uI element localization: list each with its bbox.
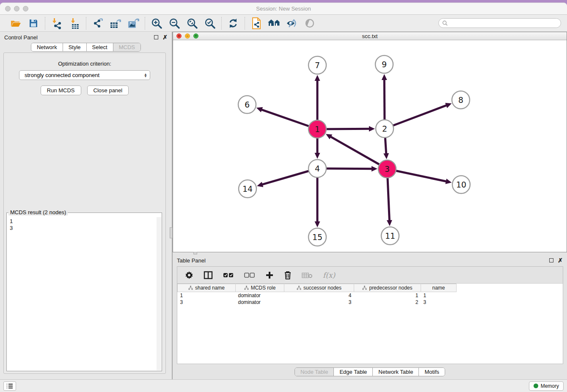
tab-edge-table[interactable]: Edge Table	[334, 368, 373, 376]
column-header-shared-name[interactable]: shared name	[178, 284, 236, 292]
delete-column-icon[interactable]	[284, 271, 292, 279]
mcds-result-list[interactable]: 1 3	[7, 217, 157, 370]
add-column-icon[interactable]	[265, 271, 274, 279]
main-area: Control Panel ✗ Network Style Select MCD…	[0, 32, 567, 382]
zoom-selected-icon[interactable]	[203, 17, 217, 30]
table-panel-close-icon[interactable]: ✗	[558, 258, 563, 262]
table-options-icon[interactable]	[185, 271, 193, 279]
edge-arrow-4-14	[257, 182, 263, 187]
graph-node-11[interactable]: 11	[381, 227, 399, 245]
graph-node-8[interactable]: 8	[452, 91, 470, 109]
table-row[interactable]: 1dominator411	[178, 292, 563, 299]
table-row[interactable]: 3dominator323	[178, 299, 563, 306]
export-image-icon[interactable]	[126, 17, 140, 30]
task-history-button[interactable]	[3, 381, 16, 391]
column-view-icon[interactable]	[204, 271, 213, 279]
table-cell[interactable]: 1	[354, 292, 421, 299]
style-eye-icon[interactable]	[285, 17, 299, 30]
edge-arrow-1-4	[315, 153, 320, 159]
table-cell[interactable]: dominator	[236, 292, 284, 299]
edge-3-1[interactable]	[330, 136, 387, 169]
search-input[interactable]	[448, 20, 557, 26]
column-header-successor-nodes[interactable]: successor nodes	[284, 284, 354, 292]
horizontal-splitter-handle[interactable]	[193, 252, 197, 254]
memory-button[interactable]: Memory	[529, 381, 564, 391]
table-cell[interactable]: 3	[421, 299, 457, 306]
mcds-result-title: MCDS result (2 nodes)	[8, 209, 68, 215]
table-cell[interactable]: dominator	[236, 299, 284, 306]
tab-select[interactable]: Select	[87, 43, 113, 51]
node-label-4: 4	[315, 164, 320, 173]
tab-network-table[interactable]: Network Table	[373, 368, 419, 376]
search-field[interactable]	[438, 18, 561, 28]
graph-node-15[interactable]: 15	[308, 228, 326, 246]
refresh-icon[interactable]	[226, 17, 240, 30]
export-table-icon[interactable]	[108, 17, 123, 30]
run-mcds-button[interactable]: Run MCDS	[41, 86, 81, 95]
table-panel-float-icon[interactable]	[549, 258, 553, 262]
import-table-icon[interactable]	[67, 17, 82, 30]
memory-label: Memory	[541, 383, 559, 389]
network-document-icon[interactable]	[249, 17, 264, 30]
column-header-predecessor-nodes[interactable]: predecessor nodes	[354, 284, 421, 292]
tab-motifs[interactable]: Motifs	[419, 368, 445, 376]
node-label-2: 2	[382, 124, 387, 133]
tab-network[interactable]: Network	[31, 43, 63, 51]
control-panel-close-icon[interactable]: ✗	[162, 35, 168, 39]
zoom-fit-icon[interactable]	[185, 17, 199, 30]
table-cell[interactable]	[457, 292, 563, 299]
zoom-in-icon[interactable]	[149, 17, 164, 30]
optimization-criterion-value: strongly connected component	[25, 72, 99, 78]
select-all-icon[interactable]	[223, 272, 234, 278]
eye-icon[interactable]	[303, 17, 317, 30]
mcds-result-scrollbar[interactable]	[157, 217, 161, 370]
tab-style[interactable]: Style	[63, 43, 87, 51]
open-session-icon[interactable]	[8, 17, 23, 30]
network-window-titlebar: × − + scc.txt	[173, 32, 567, 40]
table-cell[interactable]: 2	[354, 299, 421, 306]
vertical-splitter-handle[interactable]	[170, 227, 173, 238]
import-network-icon[interactable]	[50, 17, 64, 30]
table-cell[interactable]: 4	[284, 292, 354, 299]
graph-node-14[interactable]: 14	[239, 180, 256, 198]
column-header-name[interactable]: name	[421, 284, 457, 292]
edge-2-8[interactable]	[385, 105, 447, 129]
node-label-11: 11	[385, 231, 395, 240]
graph-node-1[interactable]: 1	[308, 120, 326, 138]
graph-node-7[interactable]: 7	[308, 56, 326, 74]
node-label-7: 7	[315, 61, 320, 70]
network-canvas[interactable]: 7968124314101511	[173, 40, 567, 252]
export-network-icon[interactable]	[91, 17, 105, 30]
tab-node-table[interactable]: Node Table	[295, 368, 334, 376]
table-cell[interactable]: 3	[178, 299, 236, 306]
houses-icon[interactable]	[267, 17, 281, 30]
main-toolbar	[0, 15, 567, 32]
function-builder-icon[interactable]: f(x)	[323, 271, 335, 279]
table-cell[interactable]	[457, 299, 563, 306]
graph-node-6[interactable]: 6	[238, 96, 256, 113]
tab-mcds[interactable]: MCDS	[113, 43, 140, 51]
optimization-criterion-select[interactable]: strongly connected component ▲▼	[19, 70, 150, 80]
graph-node-10[interactable]: 10	[452, 176, 470, 193]
save-session-icon[interactable]	[26, 17, 41, 30]
control-panel-float-icon[interactable]	[154, 35, 158, 39]
graph-node-9[interactable]: 9	[375, 55, 393, 73]
edge-arrow-1-6	[256, 107, 263, 112]
network-graph[interactable]: 7968124314101511	[173, 40, 567, 252]
mcds-result-box: MCDS result (2 nodes) 1 3	[6, 213, 162, 371]
graph-node-4[interactable]: 4	[308, 160, 326, 177]
column-header-MCDS-role[interactable]: MCDS role	[236, 284, 284, 292]
table-panel: Table Panel ✗	[173, 255, 567, 382]
delete-table-icon[interactable]	[302, 272, 313, 279]
graph-node-3[interactable]: 3	[378, 160, 396, 178]
table-cell[interactable]: 1	[421, 292, 457, 299]
optimization-criterion-label: Optimization criterion:	[4, 61, 165, 67]
table-cell[interactable]: 1	[178, 292, 236, 299]
zoom-out-icon[interactable]	[167, 17, 182, 30]
close-panel-button[interactable]: Close panel	[87, 86, 129, 95]
edge-arrow-1-7	[315, 75, 320, 81]
search-icon	[442, 20, 448, 26]
table-cell[interactable]: 3	[284, 299, 354, 306]
graph-node-2[interactable]: 2	[376, 120, 394, 138]
clear-selection-icon[interactable]	[244, 272, 255, 278]
